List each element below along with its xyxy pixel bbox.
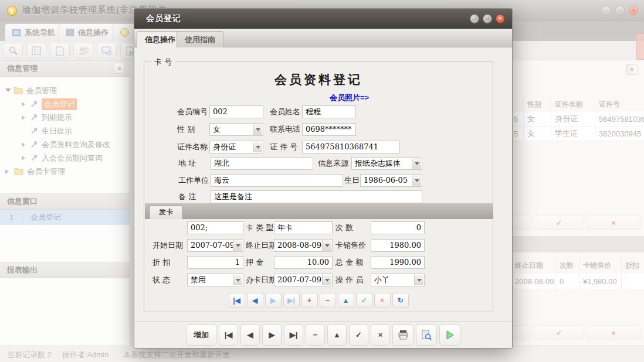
monitor-button[interactable] (97, 43, 117, 59)
col-gender[interactable]: 性别 (524, 97, 551, 112)
dropdown-arrow-icon[interactable] (253, 142, 262, 152)
tree-item-birthday-reminder[interactable]: 生日提示 (0, 124, 130, 138)
dialog-minimize-button[interactable]: — (470, 14, 479, 23)
prev-record-button[interactable]: ◀ (240, 325, 260, 346)
work-unit-input[interactable]: 海云 (211, 174, 343, 187)
dropdown-arrow-icon[interactable] (253, 124, 262, 135)
nav-post-button[interactable]: ✓ (356, 293, 372, 308)
card-issue-tab[interactable]: 发卡 (149, 205, 183, 219)
dropdown-arrow-icon[interactable] (414, 275, 423, 285)
open-window-row[interactable]: 1 会员登记 (0, 210, 130, 225)
main-close-button[interactable]: ✕ (629, 6, 638, 15)
nav-cancel-button[interactable]: × (374, 293, 391, 308)
times-input[interactable]: 0 (371, 221, 425, 234)
dropdown-arrow-icon[interactable] (233, 275, 242, 285)
info-source-select[interactable]: 报纸杂志媒体 (351, 157, 422, 170)
main-minimize-button[interactable]: — (602, 6, 611, 15)
card-no-input[interactable]: 002; (187, 221, 243, 234)
edit-record-button[interactable]: ▲ (327, 325, 347, 346)
nav-refresh-button[interactable]: ↻ (392, 293, 409, 308)
nav-first-button[interactable]: |◀ (229, 293, 245, 308)
sidebar-collapse-button[interactable]: « (114, 63, 125, 74)
tab-info-operation[interactable]: 信息操作 (59, 23, 116, 41)
add-record-button[interactable]: 增加 (186, 325, 216, 346)
operator-select[interactable]: 小丫 (371, 274, 425, 286)
dropdown-arrow-icon[interactable] (412, 175, 421, 186)
table-row[interactable]: 2008-08-09 0 ¥1,980.00 (513, 274, 644, 289)
member-photo-link[interactable]: 会员照片=> (330, 93, 369, 103)
col-id-no[interactable]: 证件号 (595, 97, 644, 112)
total-input[interactable]: 1990.00 (371, 256, 425, 269)
print-button[interactable] (392, 325, 413, 346)
background-cancel-button[interactable]: × (587, 215, 640, 230)
search-button[interactable] (3, 43, 23, 59)
tree-item-member-query-modify[interactable]: 会员资料查询及修改 (0, 138, 130, 151)
table-row[interactable]: 5 女 身份证 56497581036 (513, 112, 644, 127)
tree-item-expiry-reminder[interactable]: 到期提示 (0, 111, 130, 124)
col-discount[interactable]: 折扣 (622, 257, 644, 274)
table-row[interactable]: 5 女 学生证 3820030945 (513, 127, 644, 141)
cancel-record-button[interactable]: × (371, 325, 390, 346)
first-record-button[interactable]: |◀ (219, 325, 238, 346)
nav-next-button[interactable]: ▶ (265, 293, 282, 308)
col-card-price[interactable]: 卡销售价 (579, 257, 622, 274)
member-no-input[interactable]: 002 (209, 105, 263, 118)
tab-system-nav[interactable]: 系统导航 (5, 23, 63, 41)
run-button[interactable] (439, 325, 460, 346)
dropdown-arrow-icon[interactable] (322, 275, 331, 285)
id-no-input[interactable]: 564975810368741 (302, 141, 400, 153)
start-date-select[interactable]: 2007-07-09 (187, 239, 243, 252)
tree-item-card-manage[interactable]: 会员卡管理 (0, 165, 130, 178)
dropdown-arrow-icon[interactable] (412, 158, 421, 169)
col-times[interactable]: 次数 (556, 257, 579, 274)
collapsed-arrow-icon[interactable] (22, 142, 28, 147)
next-record-button[interactable]: ▶ (262, 325, 282, 346)
tree-item-member-manage[interactable]: 会员管理 (0, 84, 130, 97)
collapsed-arrow-icon[interactable] (22, 102, 28, 107)
background-confirm-button[interactable]: ✓ (534, 215, 584, 230)
card-type-input[interactable]: 年卡 (274, 221, 333, 234)
gender-select[interactable]: 女 (209, 123, 263, 136)
dialog-tab-guide[interactable]: 使用指南 (177, 31, 223, 47)
dialog-maximize-button[interactable]: □ (483, 14, 492, 23)
member-button[interactable] (73, 43, 93, 59)
issue-date-select[interactable]: 2007-07-09 (274, 274, 333, 286)
birthday-select[interactable]: 1986-06-05 (360, 174, 422, 187)
nav-delete-button[interactable]: − (320, 293, 336, 308)
document-button[interactable] (50, 43, 70, 59)
dialog-titlebar[interactable]: 会员登记 — □ ✕ (134, 9, 512, 29)
post-record-button[interactable]: ✓ (349, 325, 368, 346)
card-price-input[interactable]: 1980.00 (371, 239, 425, 252)
dropdown-arrow-icon[interactable] (322, 240, 331, 251)
id-type-select[interactable]: 身份证 (209, 141, 263, 153)
delete-record-button[interactable]: − (306, 325, 325, 346)
deposit-input[interactable]: 10.00 (274, 256, 333, 269)
remark-input[interactable]: 这里是备注 (211, 190, 422, 203)
address-input[interactable]: 湖北 (211, 157, 313, 170)
tree-item-member-register[interactable]: 会员登记 (0, 97, 130, 111)
status-select[interactable]: 禁用 (187, 274, 243, 286)
background-confirm-button[interactable]: ✓ (534, 325, 584, 340)
discount-input[interactable]: 1 (187, 256, 243, 269)
collapsed-arrow-icon[interactable] (22, 115, 28, 120)
main-maximize-button[interactable]: □ (615, 6, 625, 15)
member-name-input[interactable]: 程程 (302, 105, 356, 118)
last-record-button[interactable]: ▶| (284, 325, 303, 346)
nav-add-button[interactable]: + (301, 293, 318, 308)
phone-input[interactable]: 0698******* (302, 123, 356, 136)
dropdown-arrow-icon[interactable] (233, 240, 242, 251)
col-id-type[interactable]: 证件名称 (551, 97, 595, 112)
collapsed-arrow-icon[interactable] (22, 156, 28, 160)
collapsed-arrow-icon[interactable] (5, 169, 11, 174)
print-preview-button[interactable] (416, 325, 437, 346)
list-button[interactable] (26, 43, 46, 59)
dialog-close-button[interactable]: ✕ (496, 14, 505, 23)
nav-last-button[interactable]: ▶| (283, 293, 300, 308)
expanded-arrow-icon[interactable] (5, 88, 11, 95)
col-end-date[interactable]: 终止日期 (513, 257, 556, 274)
tree-item-join-period-query[interactable]: 入会会员期间查询 (0, 151, 130, 165)
panel-collapse-up-button[interactable]: « (626, 64, 638, 75)
nav-prev-button[interactable]: ◀ (247, 293, 263, 308)
nav-edit-button[interactable]: ▲ (338, 293, 354, 308)
end-date-select[interactable]: 2008-08-09 (274, 239, 333, 252)
